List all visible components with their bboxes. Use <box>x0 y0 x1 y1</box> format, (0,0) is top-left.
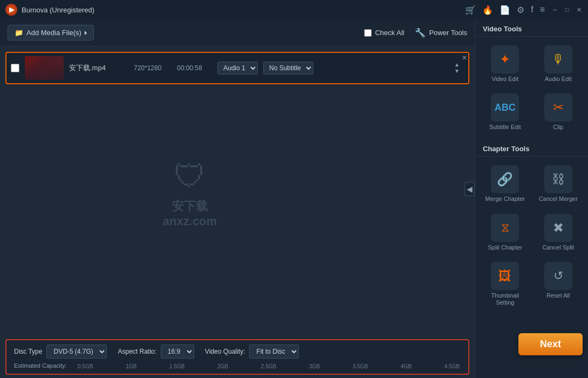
merge-chapter-tool[interactable]: 🔗 Merge Chapter <box>481 162 530 206</box>
sidebar: Video Tools ✦ Video Edit 🎙 Audio Edit AB… <box>475 19 588 378</box>
audio-edit-icon-box: 🎙 <box>544 45 572 73</box>
disc-type-group: Disc Type DVD-5 (4.7G) <box>14 345 107 359</box>
reset-all-icon-box: ↺ <box>544 262 572 290</box>
bottom-bar: Disc Type DVD-5 (4.7G) Aspect Ratio: 16:… <box>5 339 469 375</box>
maximize-button[interactable]: □ <box>563 6 571 14</box>
media-resolution: 720*1280 <box>134 64 172 72</box>
video-quality-label: Video Quality: <box>205 348 245 355</box>
add-media-icon: 📁 <box>15 29 23 37</box>
reset-all-label: Reset All <box>546 292 570 299</box>
cancel-merger-tool[interactable]: ⛓ Cancel Merger <box>534 162 583 206</box>
subtitle-edit-label: Subtitle Edit <box>489 124 521 131</box>
check-all-area: Check All <box>364 29 404 37</box>
add-media-button[interactable]: 📁 Add Media File(s) <box>8 25 94 40</box>
reset-all-tool[interactable]: ↺ Reset All <box>534 259 583 309</box>
subtitle-select[interactable]: No Subtitle <box>263 62 313 75</box>
cancel-merger-icon: ⛓ <box>552 172 565 187</box>
cancel-merger-label: Cancel Merger <box>539 195 578 202</box>
split-chapter-icon: ⧖ <box>501 221 509 235</box>
wrench-icon: 🔧 <box>415 28 426 38</box>
move-down-button[interactable]: ▼ <box>454 69 460 74</box>
disc-settings-row: Disc Type DVD-5 (4.7G) Aspect Ratio: 16:… <box>14 345 461 359</box>
audio-edit-tool[interactable]: 🎙 Audio Edit <box>534 42 583 86</box>
video-tools-grid: ✦ Video Edit 🎙 Audio Edit ABC Subtitle E… <box>475 37 588 139</box>
media-item-checkbox[interactable] <box>11 64 19 72</box>
video-edit-label: Video Edit <box>491 76 518 83</box>
media-close-button[interactable]: ✕ <box>462 54 467 62</box>
file-icon[interactable]: 📄 <box>500 5 510 15</box>
disc-type-label: Disc Type <box>14 348 42 355</box>
clip-icon-box: ✂ <box>544 93 572 122</box>
main-layout: 📁 Add Media File(s) Check All 🔧 Power To… <box>0 19 588 378</box>
clip-tool[interactable]: ✂ Clip <box>534 90 583 134</box>
watermark-icon: 🛡 <box>163 158 217 195</box>
next-button[interactable]: Next <box>518 333 583 355</box>
check-all-checkbox[interactable] <box>364 29 372 37</box>
video-edit-icon-box: ✦ <box>491 45 519 73</box>
split-chapter-tool[interactable]: ⧖ Split Chapter <box>481 211 530 254</box>
minimize-button[interactable]: ─ <box>551 6 559 14</box>
audio-track-select[interactable]: Audio 1 <box>217 62 258 75</box>
subtitle-edit-tool[interactable]: ABC Subtitle Edit <box>481 90 530 134</box>
merge-chapter-icon: 🔗 <box>497 172 513 187</box>
aspect-ratio-select[interactable]: 16:9 <box>161 345 194 359</box>
cancel-merger-icon-box: ⛓ <box>544 165 572 193</box>
window-controls: ─ □ ✕ <box>551 6 583 14</box>
close-button[interactable]: ✕ <box>575 6 583 14</box>
cancel-split-icon-box: ✖ <box>544 214 572 242</box>
add-media-label: Add Media File(s) <box>26 29 81 37</box>
video-quality-select[interactable]: Fit to Disc <box>249 345 299 359</box>
subtitle-edit-icon: ABC <box>495 102 516 113</box>
facebook-icon[interactable]: f <box>531 5 533 15</box>
audio-edit-icon: 🎙 <box>552 52 565 67</box>
media-reorder-controls: ▲ ▼ <box>454 53 460 83</box>
fire-icon[interactable]: 🔥 <box>482 5 493 15</box>
media-row: ✕ ▲ ▼ 安下载.mp4 720*1280 00:00:58 Audio 1 … <box>5 52 469 84</box>
split-chapter-label: Split Chapter <box>488 244 522 251</box>
audio-edit-label: Audio Edit <box>545 76 572 83</box>
disc-type-select[interactable]: DVD-5 (4.7G) <box>46 345 107 359</box>
cancel-split-label: Cancel Split <box>542 244 574 251</box>
sidebar-collapse-button[interactable]: ◀ <box>464 182 475 196</box>
chapter-tools-grid: 🔗 Merge Chapter ⛓ Cancel Merger ⧖ Split … <box>475 157 588 315</box>
chapter-tools-header: Chapter Tools <box>475 139 588 157</box>
check-all-label: Check All <box>375 29 404 37</box>
record-icon[interactable]: ⚙ <box>517 5 524 15</box>
cart-icon[interactable]: 🛒 <box>465 5 476 15</box>
app-title: Burnova (Unregistered) <box>22 6 94 14</box>
capacity-label: Estimated Capacity: <box>14 362 73 369</box>
video-edit-icon: ✦ <box>500 52 510 67</box>
thumbnail-setting-icon: 🖼 <box>498 268 511 284</box>
video-quality-group: Video Quality: Fit to Disc <box>205 345 299 359</box>
thumbnail-setting-tool[interactable]: 🖼 Thumbnail Setting <box>481 259 530 309</box>
settings-icon[interactable]: ≡ <box>540 5 545 15</box>
next-button-area: Next <box>518 333 583 355</box>
app-logo: ▶ <box>5 4 17 16</box>
capacity-row: Estimated Capacity: 0.5GB 1GB 1.5GB 2GB … <box>14 362 461 369</box>
aspect-ratio-label: Aspect Ratio: <box>118 348 156 355</box>
media-duration: 00:00:58 <box>177 64 212 72</box>
clip-label: Clip <box>553 124 563 131</box>
media-thumbnail <box>25 56 64 80</box>
thumbnail-setting-label: Thumbnail Setting <box>483 292 528 306</box>
merge-chapter-icon-box: 🔗 <box>491 165 519 193</box>
dropdown-arrow-icon <box>85 31 87 35</box>
video-edit-tool[interactable]: ✦ Video Edit <box>481 42 530 86</box>
video-tools-header: Video Tools <box>475 19 588 37</box>
title-icons: 🛒 🔥 📄 ⚙ f ≡ <box>465 5 545 15</box>
power-tools-button[interactable]: 🔧 Power Tools <box>415 28 467 38</box>
media-list: ✕ ▲ ▼ 安下载.mp4 720*1280 00:00:58 Audio 1 … <box>0 46 475 339</box>
reset-all-icon: ↺ <box>553 269 563 283</box>
media-filename: 安下载.mp4 <box>69 63 128 73</box>
split-chapter-icon-box: ⧖ <box>491 214 519 242</box>
power-tools-label: Power Tools <box>429 29 467 37</box>
subtitle-edit-icon-box: ABC <box>491 93 519 122</box>
watermark-text: 安下载anxz.com <box>163 198 217 228</box>
capacity-marks: 0.5GB 1GB 1.5GB 2GB 2.5GB 3GB 3.5GB 4GB … <box>77 363 461 369</box>
move-up-button[interactable]: ▲ <box>454 62 460 68</box>
toolbar: 📁 Add Media File(s) Check All 🔧 Power To… <box>0 19 475 46</box>
cancel-split-tool[interactable]: ✖ Cancel Split <box>534 211 583 254</box>
title-bar: ▶ Burnova (Unregistered) 🛒 🔥 📄 ⚙ f ≡ ─ □… <box>0 0 588 19</box>
merge-chapter-label: Merge Chapter <box>486 195 525 202</box>
clip-icon: ✂ <box>553 100 564 115</box>
